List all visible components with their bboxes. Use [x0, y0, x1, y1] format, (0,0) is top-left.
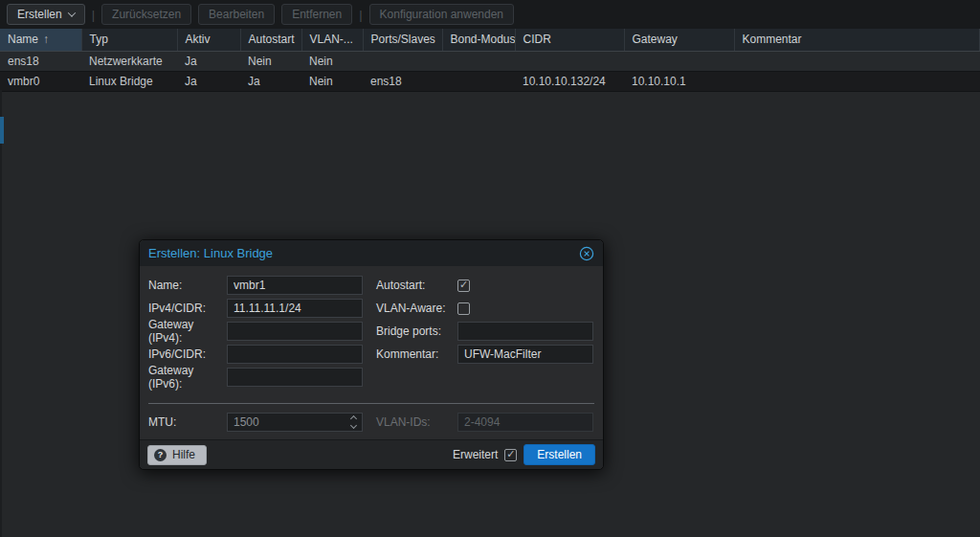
edit-button-label: Bearbeiten [209, 8, 264, 21]
cell[interactable]: 10.10.10.132/24 [515, 71, 624, 91]
column-header-name[interactable]: Name↑ [0, 29, 81, 51]
cell[interactable] [624, 51, 734, 71]
ipv4-cidr-label: IPv4/CIDR: [148, 302, 227, 315]
vlan-ids-label: VLAN-IDs: [376, 415, 457, 429]
cell[interactable]: Netzwerkkarte [81, 51, 177, 71]
advanced-label: Erweitert [453, 448, 498, 461]
cell[interactable]: 10.10.10.1 [624, 71, 734, 91]
reset-button: Zurücksetzen [101, 4, 191, 25]
gateway-ipv6-label: Gateway (IPv6): [148, 364, 227, 391]
bridge-ports-field[interactable] [457, 322, 593, 341]
cell[interactable]: Nein [240, 51, 301, 71]
dialog-body: Name: IPv4/CIDR: Gateway (IPv4): IPv6/CI… [140, 266, 603, 439]
sort-ascending-icon: ↑ [43, 33, 49, 46]
toolbar-separator: | [359, 8, 362, 22]
column-header-kommentar[interactable]: Kommentar [734, 29, 980, 51]
cell[interactable] [734, 71, 980, 91]
column-header-vlan[interactable]: VLAN-... [301, 29, 363, 51]
mtu-field[interactable] [227, 413, 363, 432]
column-header-autostart[interactable]: Autostart [240, 29, 301, 51]
create-button-label: Erstellen [17, 8, 62, 21]
column-header-gateway[interactable]: Gateway [624, 29, 734, 51]
edit-button: Bearbeiten [198, 4, 275, 25]
table-header-row: Name↑ Typ Aktiv Autostart VLAN-... Ports… [0, 29, 980, 51]
kommentar-field[interactable] [457, 345, 593, 364]
cell[interactable]: ens18 [363, 71, 442, 91]
vlan-aware-checkbox[interactable] [457, 302, 470, 315]
remove-button: Entfernen [281, 4, 352, 25]
cell[interactable]: Ja [177, 71, 240, 91]
mtu-label: MTU: [148, 415, 227, 429]
toolbar-separator: | [92, 8, 95, 22]
vlan-ids-field [457, 413, 593, 432]
kommentar-label: Kommentar: [376, 347, 457, 361]
name-label: Name: [148, 279, 227, 292]
chevron-down-icon [67, 9, 75, 16]
name-field[interactable] [227, 276, 363, 295]
table-row-vmbr0[interactable]: vmbr0 Linux Bridge Ja Ja Nein ens18 10.1… [0, 71, 980, 91]
column-header-typ[interactable]: Typ [81, 29, 177, 51]
create-button[interactable]: Erstellen [7, 4, 85, 25]
vlan-aware-label: VLAN-Aware: [376, 302, 457, 315]
ipv4-cidr-field[interactable] [227, 299, 363, 318]
network-toolbar: Erstellen | Zurücksetzen Bearbeiten Entf… [0, 0, 980, 29]
apply-config-button: Konfiguration anwenden [369, 4, 514, 25]
advanced-left: MTU: [148, 413, 363, 432]
close-icon[interactable] [579, 246, 594, 261]
dialog-header[interactable]: Erstellen: Linux Bridge [140, 240, 603, 266]
autostart-checkbox[interactable] [457, 280, 470, 292]
autostart-label: Autostart: [376, 279, 457, 292]
selection-indicator-strip [0, 117, 4, 144]
bridge-ports-label: Bridge ports: [376, 324, 457, 338]
cell[interactable]: Linux Bridge [81, 71, 177, 91]
table-row-ens18[interactable]: ens18 Netzwerkkarte Ja Nein Nein [0, 51, 980, 71]
left-edge-line [0, 90, 2, 537]
advanced-right: VLAN-IDs: [376, 413, 593, 432]
ipv6-cidr-label: IPv6/CIDR: [148, 347, 227, 361]
cell[interactable] [363, 51, 442, 71]
form-column-left: Name: IPv4/CIDR: Gateway (IPv4): IPv6/CI… [148, 276, 363, 391]
question-mark-icon: ? [154, 449, 167, 461]
help-button[interactable]: ? Hilfe [147, 445, 207, 465]
gateway-ipv4-label: Gateway (IPv4): [148, 318, 227, 345]
form-column-right: Autostart: VLAN-Aware: Bridge ports: Kom… [376, 276, 593, 391]
create-linux-bridge-dialog: Erstellen: Linux Bridge Name: IPv4/CIDR: [139, 239, 604, 470]
cell[interactable] [515, 51, 624, 71]
network-interfaces-table: Name↑ Typ Aktiv Autostart VLAN-... Ports… [0, 29, 980, 92]
column-header-cidr[interactable]: CIDR [515, 29, 624, 51]
gateway-ipv4-field[interactable] [227, 322, 363, 341]
cell[interactable]: Ja [177, 51, 240, 71]
remove-button-label: Entfernen [292, 8, 342, 21]
column-header-bond-modus[interactable]: Bond-Modus [442, 29, 515, 51]
cell[interactable] [442, 71, 515, 91]
cell[interactable]: Nein [301, 71, 363, 91]
spinner-down-icon[interactable] [350, 422, 357, 429]
apply-config-button-label: Konfiguration anwenden [380, 8, 503, 21]
dialog-title: Erstellen: Linux Bridge [148, 246, 273, 260]
cell[interactable]: Ja [240, 71, 301, 91]
advanced-checkbox[interactable] [504, 449, 517, 461]
reset-button-label: Zurücksetzen [112, 8, 181, 21]
mtu-spinner[interactable] [345, 414, 362, 431]
cell[interactable]: ens18 [0, 51, 81, 71]
help-button-label: Hilfe [172, 448, 195, 461]
ipv6-cidr-field[interactable] [227, 345, 363, 364]
create-submit-button[interactable]: Erstellen [523, 444, 595, 465]
column-header-aktiv[interactable]: Aktiv [177, 29, 240, 51]
advanced-separator [148, 403, 594, 404]
gateway-ipv6-field[interactable] [227, 368, 363, 387]
column-header-ports-slaves[interactable]: Ports/Slaves [363, 29, 442, 51]
cell[interactable] [442, 51, 515, 71]
cell[interactable]: vmbr0 [0, 71, 81, 91]
cell[interactable] [734, 51, 980, 71]
dialog-footer: ? Hilfe Erweitert Erstellen [140, 439, 603, 469]
cell[interactable]: Nein [301, 51, 363, 71]
